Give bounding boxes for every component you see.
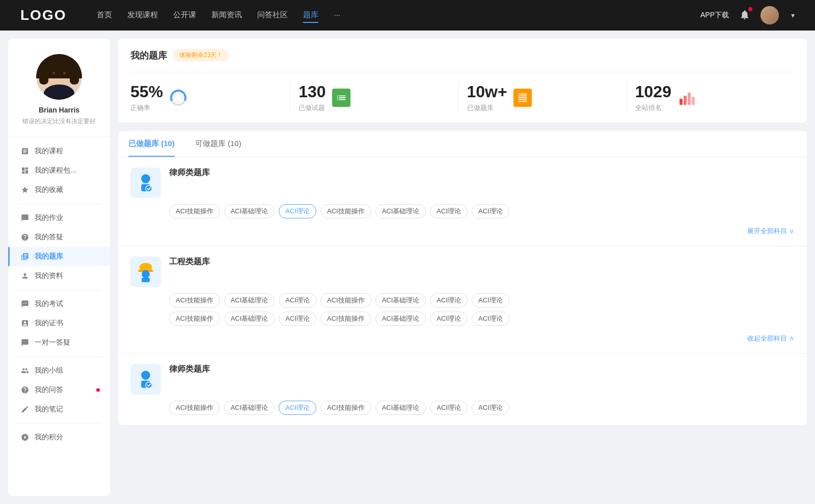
sidebar-item-course[interactable]: 我的课程	[8, 142, 110, 161]
tag-2-5[interactable]: ACI基础理论	[375, 293, 426, 307]
tag-3-2[interactable]: ACI基础理论	[224, 401, 275, 415]
sidebar-item-package[interactable]: 我的课程包...	[8, 161, 110, 180]
tabs-and-content: 已做题库 (10) 可做题库 (10)	[118, 131, 807, 425]
user-avatar[interactable]	[760, 6, 779, 24]
tag-1-6[interactable]: ACI理论	[430, 204, 468, 218]
tag-2-8[interactable]: ACI技能操作	[169, 312, 220, 326]
tab-available[interactable]: 可做题库 (10)	[185, 131, 252, 157]
sidebar-item-group[interactable]: 我的小组	[8, 361, 110, 380]
bank-tags-2-row2: ACI技能操作 ACI基础理论 ACI理论 ACI技能操作 ACI基础理论 AC…	[130, 312, 795, 343]
svg-point-15	[141, 371, 150, 380]
svg-point-9	[146, 185, 152, 191]
tag-2-14[interactable]: ACI理论	[472, 312, 509, 326]
accuracy-info: 55% 正确率	[130, 82, 163, 113]
tag-1-4[interactable]: ACI技能操作	[320, 204, 371, 218]
tutor-icon	[20, 338, 30, 347]
bd-label: 已做题库	[467, 103, 507, 113]
tag-3-6[interactable]: ACI理论	[430, 401, 468, 415]
tag-2-13[interactable]: ACI理论	[430, 312, 468, 326]
svg-point-13	[142, 270, 150, 278]
tag-2-7[interactable]: ACI理论	[472, 293, 509, 307]
tag-1-5[interactable]: ACI基础理论	[375, 204, 426, 218]
tag-2-9[interactable]: ACI基础理论	[224, 312, 275, 326]
user-profile: Brian Harris 错误的决定比没有决定要好	[8, 49, 110, 136]
tag-3-5[interactable]: ACI基础理论	[375, 401, 426, 415]
sidebar-item-questions[interactable]: 我的问答	[8, 380, 110, 400]
sidebar-item-tutor[interactable]: 一对一答疑	[8, 333, 110, 352]
svg-point-7	[141, 174, 150, 183]
page-title: 我的题库	[130, 49, 167, 62]
stat-accuracy: 55% 正确率	[130, 82, 290, 113]
app-download-button[interactable]: APP下载	[700, 11, 729, 20]
rank-value: 1029	[635, 82, 671, 101]
sidebar-label-course: 我的课程	[35, 147, 63, 156]
sidebar-item-points[interactable]: 我的积分	[8, 428, 110, 447]
sidebar-item-favorites[interactable]: 我的收藏	[8, 180, 110, 200]
tag-1-3[interactable]: ACI理论	[279, 204, 316, 218]
star-icon	[20, 185, 30, 194]
svg-rect-4	[684, 96, 687, 105]
tag-2-1[interactable]: ACI技能操作	[169, 293, 220, 307]
tag-1-2[interactable]: ACI基础理论	[224, 204, 275, 218]
sidebar-item-notes[interactable]: 我的笔记	[8, 400, 110, 419]
bank-icon-lawyer-1	[130, 167, 161, 198]
tag-3-7[interactable]: ACI理论	[472, 401, 509, 415]
nav-open-course[interactable]: 公开课	[173, 8, 196, 23]
top-navigation: LOGO 首页 发现课程 公开课 新闻资讯 问答社区 题库 ··· APP下载 …	[0, 0, 815, 31]
svg-rect-5	[688, 93, 691, 105]
bank-header-2: 工程类题库	[130, 257, 795, 287]
tag-1-1[interactable]: ACI技能操作	[169, 204, 220, 218]
questions-badge	[96, 388, 100, 392]
tag-3-4[interactable]: ACI技能操作	[320, 401, 371, 415]
profile-icon	[20, 271, 30, 281]
notification-bell[interactable]	[739, 9, 750, 22]
collapse-btn-2[interactable]: 收起全部科目 ∧	[747, 334, 795, 343]
nav-discover[interactable]: 发现课程	[127, 8, 158, 23]
sidebar-label-favorites: 我的收藏	[35, 185, 63, 194]
tag-2-2[interactable]: ACI基础理论	[224, 293, 275, 307]
tag-2-12[interactable]: ACI基础理论	[375, 312, 426, 326]
sidebar-item-qa[interactable]: 我的答疑	[8, 228, 110, 247]
list-icon	[332, 89, 350, 107]
nav-more[interactable]: ···	[334, 8, 340, 23]
bank-icon	[20, 252, 30, 261]
sidebar-item-profile[interactable]: 我的资料	[8, 266, 110, 286]
accuracy-value: 55%	[130, 82, 163, 101]
nav-home[interactable]: 首页	[97, 8, 112, 23]
sidebar-label-homework: 我的作业	[35, 213, 63, 222]
nav-bank[interactable]: 题库	[303, 8, 318, 23]
nav-right: APP下载 ▾	[700, 6, 795, 24]
tag-2-10[interactable]: ACI理论	[279, 312, 316, 326]
user-dropdown-arrow[interactable]: ▾	[791, 11, 795, 19]
sidebar-item-cert[interactable]: 我的证书	[8, 314, 110, 333]
bank-item-lawyer-3: 律师类题库 ACI技能操作 ACI基础理论 ACI理论 ACI技能操作 ACI基…	[118, 354, 807, 425]
nav-news[interactable]: 新闻资讯	[211, 8, 242, 23]
sidebar-item-exam[interactable]: 我的考试	[8, 294, 110, 314]
tag-2-11[interactable]: ACI技能操作	[320, 312, 371, 326]
package-icon	[20, 166, 30, 175]
tag-2-3[interactable]: ACI理论	[279, 293, 316, 307]
tag-2-6[interactable]: ACI理论	[430, 293, 468, 307]
divider-3	[16, 356, 102, 357]
tab-done[interactable]: 已做题库 (10)	[118, 131, 185, 157]
tag-3-3[interactable]: ACI理论	[279, 401, 316, 415]
expand-btn-1[interactable]: 展开全部科目 ∨	[747, 227, 795, 236]
bd-info: 10w+ 已做题库	[467, 82, 507, 113]
exam-icon	[20, 299, 30, 309]
tag-2-4[interactable]: ACI技能操作	[320, 293, 371, 307]
tag-1-7[interactable]: ACI理论	[472, 204, 509, 218]
course-icon	[20, 147, 30, 156]
sidebar-label-group: 我的小组	[35, 366, 63, 375]
bank-title-3: 律师类题库	[169, 364, 210, 375]
tag-3-1[interactable]: ACI技能操作	[169, 401, 220, 415]
main-content: 我的题库 体验剩余23天！ 55% 正确率	[118, 39, 807, 496]
note-icon	[20, 405, 30, 414]
logo[interactable]: LOGO	[20, 7, 66, 23]
sidebar: Brian Harris 错误的决定比没有决定要好 我的课程 我的课程包...	[8, 39, 110, 496]
sidebar-item-bank[interactable]: 我的题库	[8, 247, 110, 266]
question-icon	[20, 385, 30, 395]
sidebar-label-tutor: 一对一答疑	[35, 338, 70, 347]
sidebar-item-homework[interactable]: 我的作业	[8, 208, 110, 228]
bank-title-1: 律师类题库	[169, 167, 210, 178]
nav-qa[interactable]: 问答社区	[257, 8, 288, 23]
